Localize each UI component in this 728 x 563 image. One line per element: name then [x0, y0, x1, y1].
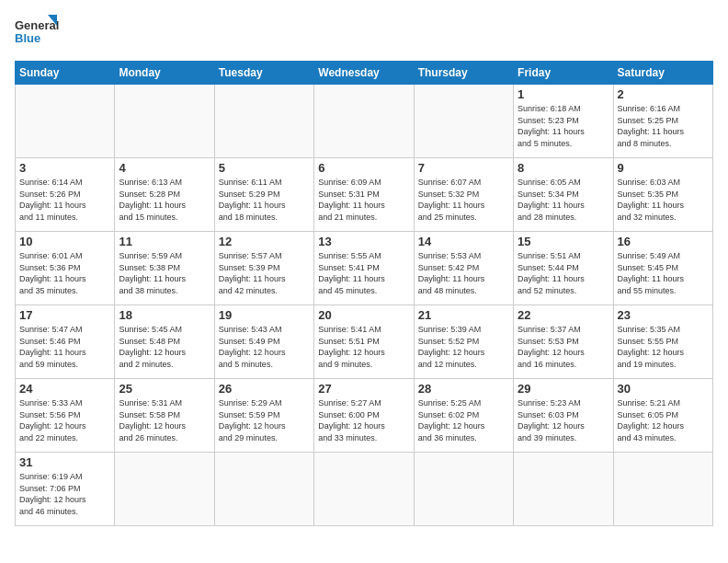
day-number: 3 [19, 161, 110, 175]
day-number: 17 [19, 308, 110, 322]
calendar-cell: 13Sunrise: 5:55 AM Sunset: 5:41 PM Dayli… [314, 232, 414, 305]
day-number: 24 [19, 382, 110, 396]
col-header-wednesday: Wednesday [314, 62, 414, 85]
calendar-cell: 21Sunrise: 5:39 AM Sunset: 5:52 PM Dayli… [414, 305, 513, 379]
calendar-cell [414, 453, 513, 526]
calendar-cell: 1Sunrise: 6:18 AM Sunset: 5:23 PM Daylig… [514, 85, 613, 158]
day-number: 16 [618, 235, 709, 248]
day-number: 2 [618, 87, 709, 101]
calendar-cell [314, 453, 414, 526]
calendar-cell: 29Sunrise: 5:23 AM Sunset: 6:03 PM Dayli… [514, 379, 613, 453]
calendar-week-1: 1Sunrise: 6:18 AM Sunset: 5:23 PM Daylig… [16, 85, 713, 158]
calendar-cell: 30Sunrise: 5:21 AM Sunset: 6:05 PM Dayli… [613, 379, 712, 453]
day-info: Sunrise: 5:53 AM Sunset: 5:42 PM Dayligh… [418, 250, 509, 296]
day-number: 15 [518, 235, 609, 248]
col-header-tuesday: Tuesday [214, 62, 313, 85]
svg-text:General: General [15, 18, 59, 32]
svg-text:Blue: Blue [15, 31, 40, 45]
calendar-cell: 24Sunrise: 5:33 AM Sunset: 5:56 PM Dayli… [16, 379, 115, 453]
calendar-cell: 22Sunrise: 5:37 AM Sunset: 5:53 PM Dayli… [514, 305, 613, 379]
calendar-cell [214, 85, 313, 158]
calendar-cell: 11Sunrise: 5:59 AM Sunset: 5:38 PM Dayli… [115, 232, 214, 305]
calendar-cell [314, 85, 414, 158]
day-info: Sunrise: 5:51 AM Sunset: 5:44 PM Dayligh… [518, 250, 609, 296]
day-info: Sunrise: 5:45 AM Sunset: 5:48 PM Dayligh… [119, 324, 210, 370]
calendar-cell: 7Sunrise: 6:07 AM Sunset: 5:32 PM Daylig… [414, 158, 513, 232]
calendar-cell [214, 453, 313, 526]
day-info: Sunrise: 5:31 AM Sunset: 5:58 PM Dayligh… [119, 397, 210, 443]
day-number: 8 [518, 161, 609, 175]
calendar-cell: 8Sunrise: 6:05 AM Sunset: 5:34 PM Daylig… [514, 158, 613, 232]
calendar-cell: 27Sunrise: 5:27 AM Sunset: 6:00 PM Dayli… [314, 379, 414, 453]
day-info: Sunrise: 5:49 AM Sunset: 5:45 PM Dayligh… [618, 250, 709, 296]
day-number: 6 [318, 161, 409, 175]
col-header-saturday: Saturday [613, 62, 712, 85]
day-info: Sunrise: 5:37 AM Sunset: 5:53 PM Dayligh… [518, 324, 609, 370]
day-info: Sunrise: 5:39 AM Sunset: 5:52 PM Dayligh… [418, 324, 509, 370]
calendar-cell: 25Sunrise: 5:31 AM Sunset: 5:58 PM Dayli… [115, 379, 214, 453]
day-info: Sunrise: 6:01 AM Sunset: 5:36 PM Dayligh… [19, 250, 110, 296]
calendar-cell: 28Sunrise: 5:25 AM Sunset: 6:02 PM Dayli… [414, 379, 513, 453]
calendar-cell: 18Sunrise: 5:45 AM Sunset: 5:48 PM Dayli… [115, 305, 214, 379]
calendar-cell [115, 453, 214, 526]
calendar-cell: 31Sunrise: 6:19 AM Sunset: 7:06 PM Dayli… [16, 453, 115, 526]
day-number: 29 [518, 382, 609, 396]
calendar-week-5: 24Sunrise: 5:33 AM Sunset: 5:56 PM Dayli… [16, 379, 713, 453]
day-number: 23 [618, 308, 709, 322]
day-number: 14 [418, 235, 509, 248]
calendar-cell: 17Sunrise: 5:47 AM Sunset: 5:46 PM Dayli… [16, 305, 115, 379]
calendar-cell [613, 453, 712, 526]
calendar-cell: 26Sunrise: 5:29 AM Sunset: 5:59 PM Dayli… [214, 379, 313, 453]
day-number: 28 [418, 382, 509, 396]
day-info: Sunrise: 5:35 AM Sunset: 5:55 PM Dayligh… [618, 324, 709, 370]
day-info: Sunrise: 6:16 AM Sunset: 5:25 PM Dayligh… [618, 103, 709, 149]
calendar-header-row: SundayMondayTuesdayWednesdayThursdayFrid… [16, 62, 713, 85]
day-info: Sunrise: 6:14 AM Sunset: 5:26 PM Dayligh… [19, 177, 110, 223]
day-number: 5 [219, 161, 310, 175]
day-info: Sunrise: 5:47 AM Sunset: 5:46 PM Dayligh… [19, 324, 110, 370]
calendar-cell: 3Sunrise: 6:14 AM Sunset: 5:26 PM Daylig… [16, 158, 115, 232]
day-info: Sunrise: 6:13 AM Sunset: 5:28 PM Dayligh… [119, 177, 210, 223]
day-number: 13 [318, 235, 409, 248]
day-number: 18 [119, 308, 210, 322]
page-header: General Blue [15, 15, 713, 55]
calendar-cell: 9Sunrise: 6:03 AM Sunset: 5:35 PM Daylig… [613, 158, 712, 232]
calendar-cell: 12Sunrise: 5:57 AM Sunset: 5:39 PM Dayli… [214, 232, 313, 305]
calendar-week-2: 3Sunrise: 6:14 AM Sunset: 5:26 PM Daylig… [16, 158, 713, 232]
day-info: Sunrise: 5:23 AM Sunset: 6:03 PM Dayligh… [518, 397, 609, 443]
calendar-cell: 5Sunrise: 6:11 AM Sunset: 5:29 PM Daylig… [214, 158, 313, 232]
calendar-cell: 10Sunrise: 6:01 AM Sunset: 5:36 PM Dayli… [16, 232, 115, 305]
calendar-cell [414, 85, 513, 158]
calendar-week-3: 10Sunrise: 6:01 AM Sunset: 5:36 PM Dayli… [16, 232, 713, 305]
day-number: 4 [119, 161, 210, 175]
day-number: 31 [19, 455, 110, 469]
calendar-cell: 6Sunrise: 6:09 AM Sunset: 5:31 PM Daylig… [314, 158, 414, 232]
calendar-week-4: 17Sunrise: 5:47 AM Sunset: 5:46 PM Dayli… [16, 305, 713, 379]
day-number: 21 [418, 308, 509, 322]
day-number: 19 [219, 308, 310, 322]
calendar-cell: 16Sunrise: 5:49 AM Sunset: 5:45 PM Dayli… [613, 232, 712, 305]
day-number: 26 [219, 382, 310, 396]
calendar-table: SundayMondayTuesdayWednesdayThursdayFrid… [15, 61, 713, 526]
day-info: Sunrise: 6:11 AM Sunset: 5:29 PM Dayligh… [219, 177, 310, 223]
col-header-monday: Monday [115, 62, 214, 85]
day-info: Sunrise: 5:55 AM Sunset: 5:41 PM Dayligh… [318, 250, 409, 296]
calendar-cell [16, 85, 115, 158]
calendar-cell: 23Sunrise: 5:35 AM Sunset: 5:55 PM Dayli… [613, 305, 712, 379]
day-number: 9 [618, 161, 709, 175]
day-info: Sunrise: 5:21 AM Sunset: 6:05 PM Dayligh… [618, 397, 709, 443]
day-info: Sunrise: 6:03 AM Sunset: 5:35 PM Dayligh… [618, 177, 709, 223]
day-info: Sunrise: 6:09 AM Sunset: 5:31 PM Dayligh… [318, 177, 409, 223]
col-header-sunday: Sunday [16, 62, 115, 85]
day-number: 7 [418, 161, 509, 175]
day-number: 27 [318, 382, 409, 396]
day-number: 25 [119, 382, 210, 396]
col-header-thursday: Thursday [414, 62, 513, 85]
calendar-week-6: 31Sunrise: 6:19 AM Sunset: 7:06 PM Dayli… [16, 453, 713, 526]
logo: General Blue [15, 15, 61, 55]
day-number: 12 [219, 235, 310, 248]
day-info: Sunrise: 5:43 AM Sunset: 5:49 PM Dayligh… [219, 324, 310, 370]
day-number: 1 [518, 87, 609, 101]
day-number: 11 [119, 235, 210, 248]
day-number: 10 [19, 235, 110, 248]
